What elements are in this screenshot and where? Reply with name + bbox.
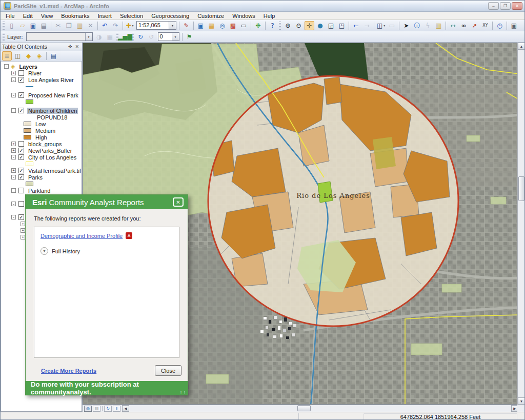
zoom-out-icon[interactable]: ⊖ [294,21,304,30]
menu-customize[interactable]: Customize [193,12,228,19]
horizontal-scrollbar[interactable]: ◍▤↻‖ ◀ ▶ [83,405,518,412]
layer-checkbox[interactable]: ✓ [18,174,24,180]
measure-icon[interactable]: ↔ [448,21,458,30]
dialog-header[interactable]: Esri Community Analyst Reports ✕ [26,195,188,209]
toc-label[interactable]: Layers [18,64,38,70]
editor-sketch-icon[interactable]: ✎ [181,21,191,30]
select-elements-icon[interactable]: ➤ [401,21,411,30]
expand-icon[interactable]: + [21,228,25,233]
minimize-button[interactable]: – [488,2,499,10]
delete-icon[interactable]: ✕ [86,21,95,30]
layer-checkbox[interactable] [18,141,24,147]
time-slider-icon[interactable]: ◷ [495,21,504,30]
pan-icon[interactable]: ✛ [305,21,314,30]
list-by-source-icon[interactable]: ◫ [13,51,23,61]
menu-view[interactable]: View [37,12,57,19]
expand-icon[interactable]: + [21,235,25,239]
menu-help[interactable]: Help [259,12,279,19]
effects-layer-combo[interactable]: ▼ [26,32,93,41]
collapse-icon[interactable]: - [11,175,16,179]
scroll-down-icon[interactable]: ▼ [518,397,525,405]
symbol-swatch[interactable] [26,182,33,186]
layer-checkbox[interactable] [18,201,24,207]
chevron-down-icon[interactable]: ▼ [41,247,48,255]
combo-dropdown-icon[interactable]: ▼ [172,33,179,41]
collapse-icon[interactable]: - [11,155,16,159]
arctoolbox-icon[interactable]: ▩ [228,21,238,30]
catalog-window-icon[interactable]: ▦ [207,21,216,30]
community-analyst-dialog[interactable]: Esri Community Analyst Reports ✕ The fol… [25,194,188,395]
layer-checkbox[interactable]: ✓ [18,92,24,98]
layer-checkbox[interactable]: ✓ [18,154,24,160]
html-popup-icon[interactable]: ▥ [434,21,443,30]
toc-label[interactable]: block_groups [27,141,63,147]
scroll-up-icon[interactable]: ▲ [518,43,525,50]
refresh-report-icon[interactable]: ↻ [136,32,146,42]
toc-label[interactable]: Parks [27,174,44,181]
demographic-income-profile-link[interactable]: Demographic and Income Profile [41,233,123,239]
resize-grip[interactable]: ⋮⋮ [179,390,187,394]
full-extent-icon[interactable]: ● [315,21,325,30]
toc-label[interactable]: Los Angeles River [27,77,75,83]
collapse-icon[interactable]: - [4,64,9,69]
python-window-icon[interactable]: ▭ [239,21,249,30]
toc-label[interactable]: VistaHermosaPark.tif [27,168,82,174]
save-icon[interactable]: ▣ [28,21,38,30]
toolbar-grip[interactable] [3,22,5,30]
symbol-swatch[interactable] [26,99,33,104]
find-icon[interactable]: ∞ [459,21,469,30]
identify-icon[interactable]: ⓘ [412,21,422,30]
layer-checkbox[interactable]: ✓ [18,214,24,220]
dialog-close-icon[interactable]: ✕ [173,197,184,207]
expand-icon[interactable]: + [21,222,25,226]
viewer-window-icon[interactable]: ▣ [509,21,519,30]
zoom-in-icon[interactable]: ⊕ [283,21,293,30]
pause-drawing-button[interactable]: ‖ [113,406,120,412]
menu-file[interactable]: File [2,12,19,19]
full-history-row[interactable]: ▼ Full History [41,247,173,255]
toc-label[interactable]: Number of Children [27,108,78,114]
list-by-visibility-icon[interactable]: ◆ [24,51,33,61]
select-features-icon[interactable]: ◫▼ [376,21,386,30]
collapse-icon[interactable]: - [11,77,16,82]
toc-label[interactable]: River [27,70,43,76]
flag-icon[interactable]: ⚑ [185,32,194,42]
back-extent-icon[interactable]: ← [351,21,361,30]
toc-label[interactable]: Medium [34,128,56,134]
vertical-scroll-thumb[interactable] [518,176,524,201]
cut-icon[interactable]: ✂ [53,21,63,30]
toc-window-icon[interactable]: ▣ [196,21,206,30]
toc-options-icon[interactable]: ▤ [49,51,58,61]
expand-icon[interactable]: + [11,168,16,173]
vertical-scrollbar[interactable]: ▲ ▼ [517,43,524,405]
list-by-selection-icon[interactable]: ◈ [34,51,44,61]
expand-icon[interactable]: + [11,148,16,153]
toc-label[interactable]: Parkland [27,188,51,194]
menu-geoprocessing[interactable]: Geoprocessing [147,12,193,19]
layer-checkbox[interactable] [18,70,24,76]
symbol-swatch[interactable] [24,128,31,133]
menu-bookmarks[interactable]: Bookmarks [57,12,93,19]
horizontal-scroll-thumb[interactable] [297,405,311,411]
report-count-combo[interactable]: 0▼ [158,32,179,41]
collapse-icon[interactable]: - [11,215,16,219]
symbol-swatch[interactable] [26,162,33,166]
layer-checkbox[interactable]: ✓ [18,108,24,113]
redo-icon[interactable]: ↷ [111,21,120,30]
layout-view-button[interactable]: ▤ [93,406,100,412]
open-icon[interactable]: ▱ [17,21,27,30]
find-route-icon[interactable]: ➚ [470,21,479,30]
print-icon[interactable]: ▤ [39,21,49,30]
restore-button[interactable]: ❐ [500,2,511,10]
list-by-drawing-order-icon[interactable]: ≡ [2,51,12,61]
menu-edit[interactable]: Edit [19,12,37,19]
add-data-icon[interactable]: ✚▼ [125,21,135,30]
collapse-icon[interactable]: - [11,188,16,193]
symbol-swatch[interactable] [24,135,31,139]
map-scale-combo[interactable]: 1:52,065▼ [136,21,176,30]
toolbar-grip[interactable] [3,33,5,41]
pin-icon[interactable]: ✜ [67,44,74,49]
menu-insert[interactable]: Insert [93,12,116,19]
create-more-reports-link[interactable]: Create More Reports [41,368,96,374]
modelbuilder-icon[interactable]: ❉ [253,21,263,30]
